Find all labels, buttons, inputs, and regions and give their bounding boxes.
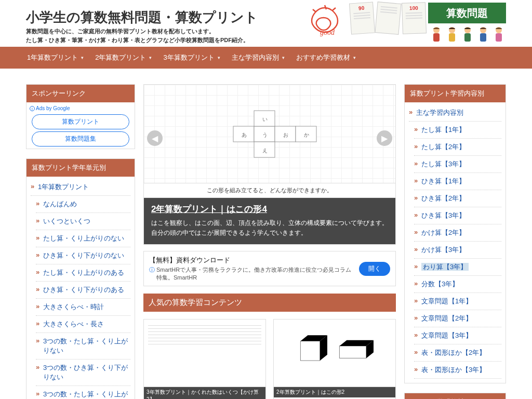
unit-link[interactable]: いくつといくつ (36, 213, 130, 230)
topic-link[interactable]: ひき算【3年】 (414, 207, 501, 224)
topic-link[interactable]: 文章問題【1年】 (414, 293, 501, 310)
popular-card[interactable]: 2年算数プリント｜はこの形2 2年算数プリント｜はこの形2 はこを観察し、はこの… (273, 319, 396, 399)
slider-overlay: 2年算数プリント｜はこの形4 はこを観察し、はこの面、辺、頂点を読み取り、立体の… (144, 198, 395, 244)
slider-image: あ い う え お か ◀ ▶ (144, 85, 395, 183)
sponsor-title: スポンサーリンク (26, 85, 135, 102)
green-subject-badge: 算数問題 (428, 3, 506, 23)
topic-link[interactable]: ひき算【1年】 (414, 173, 501, 190)
topic-link[interactable]: たし算【1年】 (414, 122, 501, 139)
topic-link[interactable]: 分数【3年】 (414, 276, 501, 293)
test-paper-icon: 90 (349, 2, 375, 34)
svg-text:お: お (283, 132, 288, 138)
units-list: 1年算数プリント なんばんめ いくつといくつ たし算・くり上がりのない ひき算・… (26, 177, 135, 399)
recommend-title: おすすめ学習教材 (405, 393, 506, 399)
svg-rect-2 (433, 33, 440, 42)
svg-text:え: え (262, 148, 268, 153)
featured-slider: あ い う え お か ◀ ▶ この形を組み立てると、どんな形ができますか。 2… (143, 84, 396, 245)
ad-info-icon[interactable]: ⓘ (149, 266, 155, 282)
unit-link[interactable]: たし算・くり上がりのある (36, 264, 130, 282)
ads-by-google[interactable]: iAds by Google (26, 102, 135, 112)
sponsor-box: スポンサーリンク iAds by Google 算数プリント 算数問題集 (26, 84, 135, 149)
topic-link[interactable]: わり算【3年】 (414, 259, 501, 276)
unit-link[interactable]: 3つの数・ひき算・くり下がりない (36, 360, 130, 386)
popular-title: 人気の算数学習コンテンツ (143, 294, 396, 312)
slider-desc: はこを観察し、はこの面、辺、頂点を読み取り、立体の構成要素について学びます。自分… (151, 218, 388, 238)
units-box: 算数プリント学年単元別 1年算数プリント なんばんめ いくつといくつ たし算・く… (26, 158, 135, 399)
popular-cards: 3年算数プリント｜かくれた数はいくつ【かけ算2】 3年算数プリント｜かくれた数は… (143, 319, 396, 399)
left-sidebar: スポンサーリンク iAds by Google 算数プリント 算数問題集 算数プ… (26, 84, 135, 399)
nav-item-grade3[interactable]: 3年算数プリント (163, 53, 220, 62)
slider-prev-button[interactable]: ◀ (147, 130, 163, 146)
topic-link[interactable]: ひき算【2年】 (414, 190, 501, 207)
slider-next-button[interactable]: ▶ (377, 130, 392, 146)
inline-ad-headline: 【無料】資料ダウンロード (149, 256, 355, 265)
svg-rect-23 (300, 341, 320, 361)
topic-link[interactable]: たし算【3年】 (414, 156, 501, 173)
recommend-box: おすすめ学習教材 おすすめ学習教材 計算問題ドリル【1年生】 (404, 393, 506, 399)
unit-link[interactable]: たし算・くり上がりのない (36, 230, 130, 247)
svg-text:う: う (262, 132, 268, 138)
card-thumb (144, 320, 265, 387)
unit-link[interactable]: ひき算・くり下がりのある (36, 282, 130, 299)
svg-text:good: good (320, 29, 335, 36)
topic-link[interactable]: かけ算【2年】 (414, 224, 501, 242)
svg-rect-6 (464, 33, 471, 42)
unit-link[interactable]: ひき算・くり下がりのない (36, 247, 130, 264)
kids-illustration (429, 25, 506, 43)
main-nav: 1年算数プリント 2年算数プリント 3年算数プリント 主な学習内容別 おすすめ学… (0, 47, 532, 69)
topics-top-link[interactable]: 主な学習内容別 (409, 104, 501, 122)
unit-link[interactable]: 3つの数・たし算・くり上がりない (36, 333, 130, 360)
slider-caption: この形を組み立てると、どんな形ができますか。 (144, 183, 395, 198)
nav-item-recommended[interactable]: おすすめ学習教材 (296, 53, 356, 62)
svg-rect-10 (496, 33, 502, 42)
topic-link[interactable]: 文章問題【3年】 (414, 327, 501, 344)
box-shapes-icon (296, 330, 374, 377)
topics-box: 算数プリント学習内容別 主な学習内容別 たし算【1年】たし算【2年】たし算【3年… (404, 84, 506, 383)
unit-link[interactable]: なんばんめ (36, 196, 130, 213)
good-scribble-icon: good (301, 3, 348, 39)
popular-card[interactable]: 3年算数プリント｜かくれた数はいくつ【かけ算2】 3年算数プリント｜かくれた数は… (143, 319, 266, 399)
card-bar: 2年算数プリント｜はこの形2 (274, 387, 395, 397)
topics-list: 主な学習内容別 たし算【1年】たし算【2年】たし算【3年】ひき算【1年】ひき算【… (405, 102, 506, 383)
slider-title[interactable]: 2年算数プリント｜はこの形4 (151, 203, 388, 215)
ad-link[interactable]: 算数プリント (32, 114, 129, 129)
svg-text:か: か (304, 132, 309, 138)
svg-text:あ: あ (242, 132, 247, 138)
test-paper-icon (375, 2, 401, 35)
topics-title: 算数プリント学習内容別 (405, 85, 506, 102)
topic-link[interactable]: 表・図形ほか【2年】 (414, 344, 501, 362)
unit-link[interactable]: 3つの数・たし算・くり上がりある (36, 386, 130, 399)
svg-rect-8 (480, 33, 486, 42)
main-column: あ い う え お か ◀ ▶ この形を組み立てると、どんな形ができますか。 2… (143, 84, 396, 399)
inline-ad-sub: SmartHRで人事・労務をラクラクに。働き方改革の推進に役立つ必見コラム特集。… (156, 266, 355, 282)
card-bar: 3年算数プリント｜かくれた数はいくつ【かけ算2】 (144, 387, 265, 399)
nav-item-grade1[interactable]: 1年算数プリント (27, 53, 84, 62)
card-thumb (274, 320, 395, 387)
right-sidebar: 算数プリント学習内容別 主な学習内容別 たし算【1年】たし算【2年】たし算【3年… (404, 84, 506, 399)
units-top-link[interactable]: 1年算数プリント (31, 179, 130, 196)
unit-link[interactable]: 大きさくらべ・長さ (36, 316, 130, 333)
inline-ad[interactable]: 【無料】資料ダウンロード ⓘSmartHRで人事・労務をラクラクに。働き方改革の… (143, 251, 396, 286)
svg-rect-24 (339, 346, 366, 358)
topic-link[interactable]: 文章問題【2年】 (414, 310, 501, 327)
topic-link[interactable]: かけ算【3年】 (414, 242, 501, 259)
inline-ad-open-button[interactable]: 開く (359, 262, 390, 276)
unit-link[interactable]: 大きさくらべ・時計 (36, 299, 130, 316)
units-title: 算数プリント学年単元別 (26, 159, 135, 177)
nav-item-grade2[interactable]: 2年算数プリント (95, 53, 152, 62)
svg-rect-4 (449, 33, 455, 42)
ad-link[interactable]: 算数問題集 (32, 131, 129, 147)
box-net-icon: あ い う え お か (212, 105, 327, 163)
site-header: 小学生の算数無料問題・算数プリント 算数問題を中心に、ご家庭用の無料学習プリント… (0, 0, 532, 47)
topic-link[interactable]: 表・図形ほか【3年】 (414, 362, 501, 379)
svg-text:い: い (262, 116, 268, 122)
test-paper-icon: 100 (402, 2, 427, 34)
topic-link[interactable]: たし算【2年】 (414, 139, 501, 156)
nav-item-by-topic[interactable]: 主な学習内容別 (232, 53, 285, 62)
